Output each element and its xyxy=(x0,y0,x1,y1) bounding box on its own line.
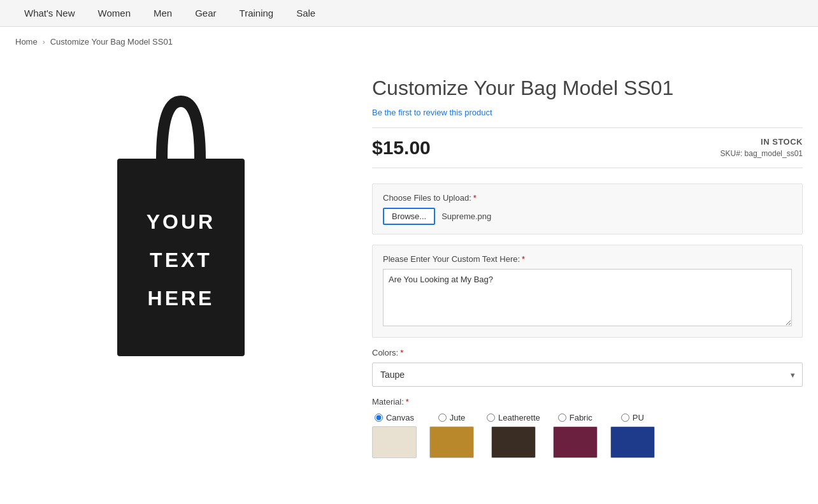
main-content: YOUR TEXT HERE Customize Your Bag Model … xyxy=(0,57,818,481)
material-option-pu: PU xyxy=(610,413,655,458)
pu-radio-row: PU xyxy=(621,413,644,422)
product-image: YOUR TEXT HERE xyxy=(98,82,264,377)
breadcrumb-current: Customize Your Bag Model SS01 xyxy=(50,37,173,47)
breadcrumb: Home › Customize Your Bag Model SS01 xyxy=(0,27,818,57)
jute-label[interactable]: Jute xyxy=(450,413,466,422)
colors-select-wrapper: Taupe Black White Navy Red Green ▾ xyxy=(372,363,803,387)
svg-text:YOUR: YOUR xyxy=(147,210,215,233)
colors-section: Colors:* Taupe Black White Navy Red Gree… xyxy=(372,348,803,387)
colors-select[interactable]: Taupe Black White Navy Red Green xyxy=(372,363,803,387)
sku: SKU#: bag_model_ss01 xyxy=(721,149,803,158)
file-upload-row: Browse... Supreme.png xyxy=(383,208,792,225)
nav-training[interactable]: Training xyxy=(228,0,285,27)
nav-men[interactable]: Men xyxy=(142,0,183,27)
product-title: Customize Your Bag Model SS01 xyxy=(372,76,803,100)
material-section: Material:* Canvas Jute xyxy=(372,397,803,458)
fabric-radio-row: Fabric xyxy=(558,413,592,422)
custom-text-required: * xyxy=(522,254,525,264)
custom-text-input[interactable] xyxy=(383,269,792,326)
material-options: Canvas Jute Leatherette xyxy=(372,413,803,458)
pu-radio[interactable] xyxy=(621,414,629,422)
colors-label: Colors:* xyxy=(372,348,803,357)
bag-svg: YOUR TEXT HERE xyxy=(98,82,264,375)
sku-value: bag_model_ss01 xyxy=(745,149,803,158)
price-row: $15.00 IN STOCK SKU#: bag_model_ss01 xyxy=(372,127,803,168)
fabric-label[interactable]: Fabric xyxy=(570,413,592,422)
material-label: Material:* xyxy=(372,397,803,407)
material-option-canvas: Canvas xyxy=(372,413,417,458)
breadcrumb-separator: › xyxy=(43,38,45,47)
breadcrumb-home[interactable]: Home xyxy=(15,37,38,47)
navigation: What's New Women Men Gear Training Sale xyxy=(0,0,818,27)
canvas-swatch xyxy=(372,426,417,458)
fabric-swatch xyxy=(553,426,598,458)
material-option-fabric: Fabric xyxy=(553,413,598,458)
stock-status: IN STOCK xyxy=(721,137,803,147)
colors-required: * xyxy=(400,348,403,357)
stock-sku: IN STOCK SKU#: bag_model_ss01 xyxy=(721,137,803,158)
canvas-label[interactable]: Canvas xyxy=(386,413,414,422)
review-link[interactable]: Be the first to review this product xyxy=(372,108,803,117)
leatherette-radio-row: Leatherette xyxy=(487,413,540,422)
sku-label: SKU#: xyxy=(721,149,743,158)
leatherette-label[interactable]: Leatherette xyxy=(498,413,540,422)
leatherette-radio[interactable] xyxy=(487,414,495,422)
canvas-radio-row: Canvas xyxy=(375,413,414,422)
material-option-leatherette: Leatherette xyxy=(487,413,540,458)
product-image-container: YOUR TEXT HERE xyxy=(15,69,347,468)
jute-swatch xyxy=(429,426,474,458)
file-upload-label: Choose Files to Upload:* xyxy=(383,193,792,203)
jute-radio[interactable] xyxy=(438,414,447,422)
leatherette-swatch xyxy=(491,426,536,458)
fabric-radio[interactable] xyxy=(558,414,566,422)
file-upload-required: * xyxy=(473,193,477,203)
product-details: Customize Your Bag Model SS01 Be the fir… xyxy=(372,69,803,468)
nav-women[interactable]: Women xyxy=(87,0,142,27)
file-upload-section: Choose Files to Upload:* Browse... Supre… xyxy=(372,184,803,234)
jute-radio-row: Jute xyxy=(438,413,466,422)
svg-text:TEXT: TEXT xyxy=(150,248,212,271)
file-name: Supreme.png xyxy=(441,212,491,221)
canvas-radio[interactable] xyxy=(375,414,383,422)
pu-swatch xyxy=(610,426,655,458)
browse-button[interactable]: Browse... xyxy=(383,208,435,225)
material-required: * xyxy=(406,397,409,407)
custom-text-label: Please Enter Your Custom Text Here:* xyxy=(383,254,792,264)
product-price: $15.00 xyxy=(372,137,431,159)
nav-sale[interactable]: Sale xyxy=(285,0,327,27)
custom-text-section: Please Enter Your Custom Text Here:* xyxy=(372,245,803,338)
pu-label[interactable]: PU xyxy=(633,413,644,422)
nav-gear[interactable]: Gear xyxy=(183,0,227,27)
nav-whats-new[interactable]: What's New xyxy=(13,0,87,27)
svg-text:HERE: HERE xyxy=(148,287,215,310)
material-option-jute: Jute xyxy=(429,413,474,458)
